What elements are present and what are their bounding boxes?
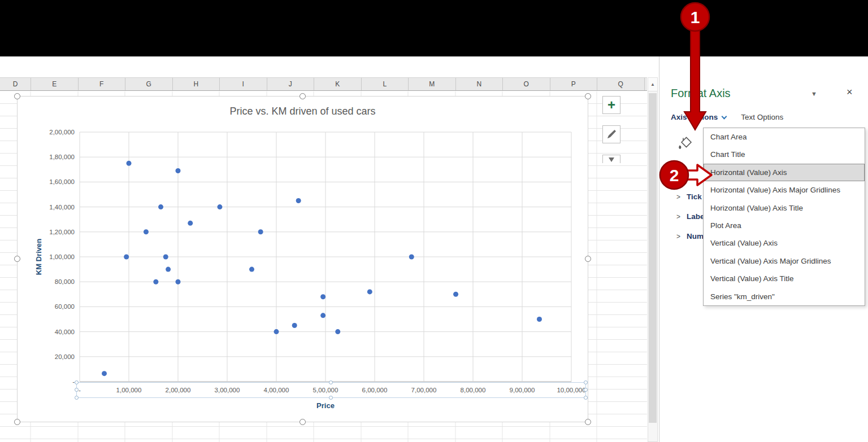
dropdown-item[interactable]: Chart Title: [704, 146, 865, 163]
dropdown-item[interactable]: Horizontal (Value) Axis: [704, 164, 865, 181]
scatter-point[interactable]: [163, 255, 168, 260]
y-axis-title[interactable]: KM Driven: [34, 239, 43, 275]
y-tick-label: 2,00,000: [49, 129, 75, 135]
dropdown-item[interactable]: Vertical (Value) Axis Major Gridlines: [704, 252, 865, 270]
scatter-point[interactable]: [335, 329, 340, 334]
column-header-I[interactable]: I: [220, 78, 267, 90]
scatter-point[interactable]: [176, 279, 181, 285]
scatter-point[interactable]: [296, 198, 301, 203]
scatter-point[interactable]: [166, 267, 171, 272]
scatter-point[interactable]: [158, 204, 163, 209]
dropdown-item[interactable]: Vertical (Value) Axis: [704, 234, 865, 252]
x-axis-selection-box[interactable]: [76, 382, 586, 398]
selection-handle[interactable]: [584, 396, 588, 400]
dropdown-item[interactable]: Plot Area: [704, 217, 865, 234]
scatter-point[interactable]: [274, 329, 279, 334]
scatter-point[interactable]: [320, 294, 326, 299]
column-header-M[interactable]: M: [409, 78, 456, 90]
chart-resize-handle[interactable]: [14, 93, 20, 99]
paint-bucket-icon[interactable]: [676, 134, 693, 151]
column-header-E[interactable]: E: [31, 78, 79, 90]
tab-axis-options[interactable]: Axis Options: [671, 113, 718, 121]
y-tick-label: 40,000: [55, 329, 75, 335]
selection-handle[interactable]: [584, 388, 588, 392]
selection-handle[interactable]: [329, 380, 333, 384]
column-header-P[interactable]: P: [550, 78, 598, 90]
scatter-point[interactable]: [367, 289, 372, 294]
y-tick-label: 20,000: [55, 353, 75, 360]
scatter-point[interactable]: [537, 317, 542, 322]
pane-options-caret-icon[interactable]: ▼: [811, 90, 817, 97]
scatter-point[interactable]: [144, 229, 149, 234]
chart-resize-handle[interactable]: [585, 419, 591, 425]
scatter-point[interactable]: [320, 313, 326, 318]
column-header-J[interactable]: J: [267, 78, 315, 90]
column-header-K[interactable]: K: [314, 78, 362, 90]
column-header-F[interactable]: F: [79, 78, 126, 90]
dropdown-item[interactable]: Horizontal (Value) Axis Major Gridlines: [704, 181, 865, 199]
chart-resize-handle[interactable]: [585, 93, 591, 99]
chart-resize-handle[interactable]: [300, 419, 306, 425]
x-axis-title[interactable]: Price: [316, 401, 335, 410]
column-header-N[interactable]: N: [456, 78, 504, 90]
scatter-point[interactable]: [127, 161, 132, 166]
scatter-point[interactable]: [409, 255, 414, 260]
chart-filters-button[interactable]: [602, 155, 620, 163]
axis-options-dropdown: Chart AreaChart TitleHorizontal (Value) …: [703, 128, 865, 306]
chevron-right-icon[interactable]: >: [676, 193, 687, 201]
y-tick-label: 1,00,000: [49, 253, 75, 260]
chart-resize-handle[interactable]: [585, 256, 591, 262]
y-tick-label: 80,000: [55, 278, 75, 285]
chart-resize-handle[interactable]: [14, 256, 20, 262]
selection-handle[interactable]: [75, 380, 79, 384]
y-tick-label: 1,60,000: [49, 178, 75, 185]
scrollbar-thumb[interactable]: [649, 93, 657, 423]
scatter-point[interactable]: [176, 168, 181, 173]
scatter-point[interactable]: [217, 204, 222, 209]
pane-title: Format Axis: [671, 87, 731, 100]
selection-handle[interactable]: [329, 396, 333, 400]
scatter-point[interactable]: [153, 279, 158, 285]
y-tick-label: 1,80,000: [49, 154, 75, 160]
column-header-L[interactable]: L: [362, 78, 409, 90]
y-tick-label: 1,40,000: [49, 204, 75, 211]
chevron-right-icon[interactable]: >: [676, 173, 687, 181]
dropdown-item[interactable]: Series "km_driven": [704, 288, 865, 305]
funnel-icon: [609, 157, 614, 162]
column-header-row: DEFGHIJKLMNOPQ: [0, 77, 647, 91]
scroll-up-button[interactable]: ▲: [648, 78, 657, 91]
column-header-H[interactable]: H: [173, 78, 220, 90]
column-header-D[interactable]: D: [0, 78, 31, 90]
chart[interactable]: Price vs. KM driven of used cars -1,00,0…: [17, 96, 588, 422]
selection-handle[interactable]: [75, 388, 79, 392]
scatter-point[interactable]: [453, 292, 458, 297]
dropdown-item[interactable]: Chart Area: [704, 128, 865, 146]
pane-close-icon[interactable]: ×: [847, 86, 853, 98]
scatter-point[interactable]: [188, 221, 193, 226]
add-chart-elements-button[interactable]: +: [602, 96, 620, 114]
y-tick-label: 1,20,000: [49, 229, 75, 235]
selection-handle[interactable]: [584, 380, 588, 384]
column-header-G[interactable]: G: [125, 78, 173, 90]
chart-styles-button[interactable]: [602, 125, 620, 143]
dropdown-item[interactable]: Horizontal (Value) Axis Title: [704, 199, 865, 217]
vertical-scrollbar[interactable]: ▲: [648, 77, 658, 442]
y-tick-label: 60,000: [55, 303, 75, 310]
chevron-right-icon[interactable]: >: [676, 213, 687, 221]
scatter-point[interactable]: [249, 267, 254, 272]
chevron-right-icon[interactable]: >: [676, 233, 687, 240]
chart-resize-handle[interactable]: [14, 419, 20, 425]
selection-handle[interactable]: [75, 396, 79, 400]
chart-resize-handle[interactable]: [300, 93, 306, 99]
scatter-plot: -1,00,0002,00,0003,00,0004,00,0005,00,00…: [18, 97, 589, 423]
dropdown-item[interactable]: Vertical (Value) Axis Title: [704, 270, 865, 287]
column-header-O[interactable]: O: [503, 78, 550, 90]
scatter-point[interactable]: [124, 255, 129, 260]
tab-text-options[interactable]: Text Options: [741, 113, 783, 121]
chevron-down-icon[interactable]: [722, 113, 727, 119]
pane-tabs: Axis Options Text Options: [671, 113, 783, 121]
scatter-point[interactable]: [292, 323, 297, 328]
scatter-point[interactable]: [102, 371, 107, 376]
scatter-point[interactable]: [258, 229, 263, 234]
column-header-Q[interactable]: Q: [597, 78, 645, 90]
